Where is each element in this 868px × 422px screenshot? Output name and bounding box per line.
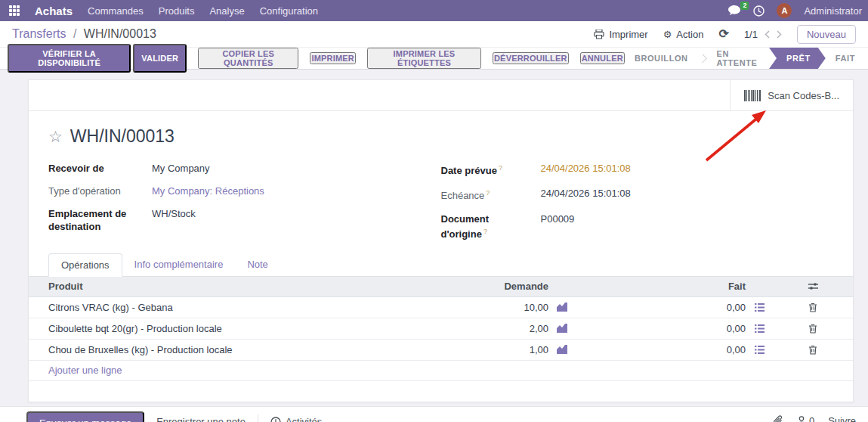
deadline-value[interactable]: 24/04/2026 15:01:08 [541, 187, 631, 202]
pager: 1/1 [744, 29, 782, 40]
forecast-chart-icon[interactable] [557, 324, 567, 333]
tab-operations[interactable]: Opérations [48, 253, 122, 277]
log-note-button[interactable]: Enregistrer une note [156, 411, 246, 422]
unlock-button[interactable]: DÉVERROUILLER [493, 52, 569, 64]
status-en-attente[interactable]: EN ATTENTE [706, 48, 774, 69]
scheduled-date-value[interactable]: 24/04/2026 15:01:08 [541, 162, 631, 177]
demand-cell[interactable]: 10,00 [450, 302, 548, 313]
action-menu-button[interactable]: ⚙ Action [663, 29, 704, 40]
forecast-chart-icon[interactable] [557, 345, 567, 354]
forecast-chart-icon[interactable] [557, 303, 567, 312]
menu-analyse[interactable]: Analyse [209, 5, 244, 17]
action-bar: VÉRIFIER LA DISPONIBILITÉ VALIDER COPIER… [0, 48, 868, 70]
activities-label: Activités [286, 416, 322, 422]
copy-quantities-button[interactable]: COPIER LES QUANTITÉS [198, 48, 298, 69]
field-label: Recevoir de [48, 162, 152, 175]
followers-count: 0 [809, 415, 814, 422]
menu-produits[interactable]: Produits [159, 5, 195, 17]
partner-value[interactable]: My Company [152, 162, 210, 175]
field-label: Echéance? [441, 187, 541, 202]
followers-counter[interactable]: 0 [797, 415, 814, 422]
breadcrumb: Transferts / WH/IN/00013 [12, 27, 156, 41]
messages-icon[interactable]: 2 [728, 5, 741, 16]
status-fait[interactable]: FAIT [826, 48, 865, 69]
done-cell[interactable]: 0,00 [576, 302, 746, 313]
statusbar: BROUILLON EN ATTENTE PRÊT FAIT [625, 48, 868, 69]
new-button[interactable]: Nouveau [797, 25, 856, 44]
field-type-operation: Type d'opération My Company: Réceptions [48, 185, 441, 197]
refresh-icon[interactable]: ⟳ [718, 28, 728, 40]
pager-next-icon[interactable] [777, 30, 782, 39]
delete-row-icon[interactable] [808, 303, 817, 312]
field-label: Emplacement de destination [48, 207, 152, 233]
product-cell[interactable]: Chou de Bruxelles (kg) - Production loca… [29, 344, 450, 355]
apps-grid-icon[interactable] [9, 5, 20, 16]
user-name[interactable]: Administrator [804, 5, 862, 17]
done-cell[interactable]: 0,00 [576, 323, 746, 334]
add-line-link[interactable]: Ajouter une ligne [29, 361, 853, 381]
notebook-tabs: Opérations Info complémentaire Note [29, 253, 853, 277]
status-separator-icon [698, 54, 707, 63]
attachments-paperclip-icon[interactable] [772, 415, 783, 422]
print-button-form[interactable]: IMPRIMER [310, 52, 356, 64]
demand-cell[interactable]: 2,00 [450, 323, 548, 334]
pager-previous-icon[interactable] [765, 30, 770, 39]
field-date-prevue: Date prévue? 24/04/2026 15:01:08 [441, 162, 834, 177]
operation-type-value[interactable]: My Company: Réceptions [152, 185, 264, 197]
app-name[interactable]: Achats [35, 5, 73, 17]
print-labels-button[interactable]: IMPRIMER LES ÉTIQUETTES [367, 48, 481, 69]
header-produit[interactable]: Produit [29, 281, 450, 292]
done-cell[interactable]: 0,00 [576, 344, 746, 355]
activities-clock-icon [270, 417, 281, 422]
help-marker: ? [483, 228, 487, 235]
header-demande[interactable]: Demande [450, 281, 548, 292]
tab-info-complementaire[interactable]: Info complémentaire [122, 253, 236, 277]
chatter-bar: Envoyer un message Enregistrer une note … [0, 406, 868, 422]
status-brouillon[interactable]: BROUILLON [625, 48, 698, 69]
activity-clock-icon[interactable] [753, 5, 765, 17]
check-availability-button[interactable]: VÉRIFIER LA DISPONIBILITÉ [8, 44, 131, 73]
table-row[interactable]: Citrons VRAC (kg) - Gebana 10,00 0,00 [29, 297, 853, 318]
destination-location-value[interactable]: WH/Stock [152, 207, 196, 233]
user-avatar[interactable]: A [777, 3, 792, 18]
optional-columns-icon[interactable] [808, 281, 818, 291]
favorite-star-icon[interactable]: ☆ [48, 129, 63, 144]
detailed-operations-icon[interactable] [755, 324, 765, 333]
field-emplacement-destination: Emplacement de destination WH/Stock [48, 207, 441, 233]
table-row[interactable]: Chou de Bruxelles (kg) - Production loca… [29, 340, 853, 361]
source-document-value[interactable]: P00009 [541, 213, 575, 240]
status-pret-active[interactable]: PRÊT [769, 48, 826, 69]
tab-note[interactable]: Note [235, 253, 280, 277]
print-button[interactable]: Imprimer [594, 29, 647, 40]
delete-row-icon[interactable] [808, 345, 817, 355]
activities-button[interactable]: Activités [270, 411, 322, 422]
field-group: Recevoir de My Company Type d'opération … [48, 162, 833, 240]
product-cell[interactable]: Citrons VRAC (kg) - Gebana [29, 302, 450, 313]
field-label: Document d'origine? [441, 213, 541, 240]
demand-cell[interactable]: 1,00 [450, 344, 548, 355]
detailed-operations-icon[interactable] [755, 303, 765, 312]
breadcrumb-transferts[interactable]: Transferts [12, 27, 66, 40]
menu-configuration[interactable]: Configuration [260, 5, 318, 17]
field-recevoir-de: Recevoir de My Company [48, 162, 441, 175]
product-cell[interactable]: Ciboulette bqt 20(gr) - Production local… [29, 323, 450, 334]
validate-button[interactable]: VALIDER [133, 44, 187, 73]
follow-button[interactable]: Suivre [828, 415, 856, 422]
field-label: Date prévue? [441, 162, 541, 177]
table-row[interactable]: Ciboulette bqt 20(gr) - Production local… [29, 318, 853, 340]
barcode-icon [744, 90, 761, 101]
send-message-button[interactable]: Envoyer un message [26, 411, 144, 422]
scan-barcodes-button[interactable]: Scan Codes-B... [730, 80, 853, 110]
record-title: WH/IN/00013 [70, 126, 175, 147]
table-header: Produit Demande Fait [29, 277, 853, 297]
field-label: Type d'opération [48, 185, 152, 197]
cancel-button[interactable]: ANNULER [580, 52, 625, 64]
delete-row-icon[interactable] [808, 324, 817, 334]
form-sheet: Scan Codes-B... ☆ WH/IN/00013 Recevoir d… [28, 79, 854, 402]
header-fait[interactable]: Fait [576, 281, 746, 292]
menu-commandes[interactable]: Commandes [88, 5, 144, 17]
button-box: Scan Codes-B... [29, 80, 853, 111]
printer-icon [594, 29, 604, 39]
field-echeance: Echéance? 24/04/2026 15:01:08 [441, 187, 834, 202]
detailed-operations-icon[interactable] [755, 346, 765, 354]
